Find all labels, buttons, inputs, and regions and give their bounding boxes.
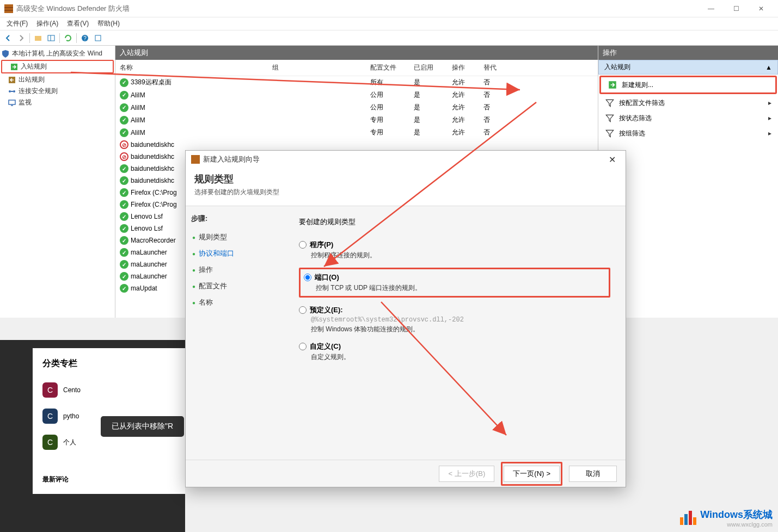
radio-predefined[interactable]: 预定义(E): @%systemroot%\system32\provsvc.d… <box>299 305 610 334</box>
tree-panel: 本地计算机 上的高级安全 Wind 入站规则 出站规则 连接安全规则 监视 <box>0 46 115 318</box>
connsec-icon <box>8 87 16 96</box>
wizard-heading: 规则类型 <box>194 172 617 185</box>
svg-rect-8 <box>95 35 101 41</box>
step-action[interactable]: ●操作 <box>191 262 278 278</box>
radio-program-desc: 控制程序连接的规则。 <box>311 251 610 260</box>
col-group[interactable]: 组 <box>272 63 370 72</box>
rule-name: baidunetdiskhc <box>131 153 174 160</box>
back-button[interactable]: < 上一步(B) <box>439 466 494 482</box>
step-rule-type[interactable]: ●规则类型 <box>191 229 278 245</box>
tree-root[interactable]: 本地计算机 上的高级安全 Wind <box>0 48 115 59</box>
menu-help[interactable]: 帮助(H) <box>93 18 124 29</box>
rule-override: 否 <box>483 128 505 137</box>
step-profile[interactable]: ●配置文件 <box>191 278 278 294</box>
shield-icon <box>1 50 10 58</box>
rule-row[interactable]: ⊘baidunetdiskhc <box>115 139 598 151</box>
tree-monitor-label: 监视 <box>19 98 32 107</box>
rule-enabled: 是 <box>414 78 452 87</box>
action-new-rule[interactable]: 新建规则... <box>599 76 777 94</box>
tree-outbound-label: 出站规则 <box>19 75 45 84</box>
allow-icon: ✓ <box>120 236 128 245</box>
radio-program-input[interactable] <box>299 241 307 249</box>
rule-row[interactable]: ✓AliIM公用是允许否 <box>115 89 598 101</box>
allow-icon: ✓ <box>120 224 128 233</box>
rule-name: Firefox (C:\Prog <box>131 189 177 196</box>
rule-row[interactable]: ✓AliIM专用是允许否 <box>115 114 598 126</box>
recent-comments-title: 最新评论 <box>42 475 175 484</box>
tree-connection-security[interactable]: 连接安全规则 <box>0 85 115 97</box>
rule-name: MacroRecorder <box>131 237 176 244</box>
rule-row[interactable]: ✓AliIM公用是允许否 <box>115 101 598 114</box>
tree-root-label: 本地计算机 上的高级安全 Wind <box>12 49 102 58</box>
menu-action[interactable]: 操作(A) <box>32 18 63 29</box>
tree-outbound-rules[interactable]: 出站规则 <box>0 74 115 85</box>
rule-name: Lenovo Lsf <box>131 225 163 232</box>
folder-button[interactable] <box>32 32 44 44</box>
menu-view[interactable]: 查看(V) <box>63 18 93 29</box>
radio-custom-input[interactable] <box>299 343 307 350</box>
refresh-button[interactable] <box>62 32 74 44</box>
col-action[interactable]: 操作 <box>452 63 483 72</box>
rule-action: 允许 <box>452 128 483 137</box>
step-name[interactable]: ●名称 <box>191 294 278 311</box>
col-enabled[interactable]: 已启用 <box>414 63 452 72</box>
rule-profile: 所有 <box>370 78 414 87</box>
rule-action: 允许 <box>452 115 483 125</box>
actions-section-label: 入站规则 <box>604 63 630 72</box>
rule-name: maUpdat <box>131 284 157 292</box>
radio-custom-desc: 自定义规则。 <box>311 352 610 362</box>
action-filter-state[interactable]: 按状态筛选 ▸ <box>598 110 778 126</box>
recent-comments-card: 最新评论 <box>33 465 185 494</box>
properties-button[interactable] <box>92 32 104 44</box>
close-button[interactable]: ✕ <box>749 0 774 17</box>
next-button[interactable]: 下一页(N) > <box>504 466 560 482</box>
radio-port[interactable]: 端口(O) 控制 TCP 或 UDP 端口连接的规则。 <box>299 268 610 298</box>
watermark: Windows系统城 www.wxclgg.com <box>679 508 773 528</box>
forward-button[interactable] <box>15 32 27 44</box>
rule-profile: 公用 <box>370 103 414 112</box>
rule-name: maLauncher <box>131 261 167 268</box>
action-filter-group[interactable]: 按组筛选 ▸ <box>598 126 778 141</box>
chevron-right-icon: ▸ <box>768 99 771 107</box>
minimize-button[interactable]: — <box>699 0 724 17</box>
col-profile[interactable]: 配置文件 <box>370 63 414 72</box>
collapse-arrow-icon[interactable]: ▲ <box>765 64 772 71</box>
action-filter-profile[interactable]: 按配置文件筛选 ▸ <box>598 95 778 110</box>
col-override[interactable]: 替代 <box>483 63 505 72</box>
rule-enabled: 是 <box>414 128 452 137</box>
radio-port-input[interactable] <box>304 274 311 281</box>
back-button[interactable] <box>2 32 14 44</box>
rule-row[interactable]: ✓3389远程桌面所有是允许否 <box>115 76 598 89</box>
help-button[interactable]: ? <box>79 32 91 44</box>
tree-inbound-rules[interactable]: 入站规则 <box>1 60 114 73</box>
rule-row[interactable]: ✓AliIM专用是允许否 <box>115 126 598 139</box>
monitor-icon <box>8 98 16 107</box>
radio-program[interactable]: 程序(P) 控制程序连接的规则。 <box>299 240 610 260</box>
wizard-sub: 选择要创建的防火墙规则类型 <box>194 188 617 197</box>
cancel-button[interactable]: 取消 <box>569 466 617 482</box>
svg-rect-14 <box>9 100 15 104</box>
block-icon: ⊘ <box>120 152 128 161</box>
tree-monitoring[interactable]: 监视 <box>0 97 115 108</box>
panes-button[interactable] <box>45 32 57 44</box>
rule-name: baidunetdiskhc <box>131 141 174 149</box>
rule-name: Lenovo Lsf <box>131 213 163 220</box>
svg-rect-3 <box>35 36 41 41</box>
col-name[interactable]: 名称 <box>120 63 272 72</box>
maximize-button[interactable]: ☐ <box>724 0 749 17</box>
rule-profile: 专用 <box>370 115 414 125</box>
actions-panel-header: 操作 <box>598 46 778 60</box>
wizard-footer: < 上一步(B) 下一页(N) > 取消 <box>186 460 626 487</box>
wizard-close-button[interactable]: ✕ <box>604 152 620 167</box>
radio-custom[interactable]: 自定义(C) 自定义规则。 <box>299 342 610 362</box>
rule-name: AliIM <box>131 103 145 111</box>
radio-predefined-input[interactable] <box>299 306 307 314</box>
step-protocol[interactable]: ●协议和端口 <box>191 245 278 262</box>
outbound-icon <box>8 76 16 84</box>
rule-name: maLauncher <box>131 273 167 280</box>
firewall-app-icon <box>4 4 13 13</box>
watermark-text: Windows系统城 <box>700 508 773 521</box>
menu-file[interactable]: 文件(F) <box>2 18 32 29</box>
steps-label: 步骤: <box>191 214 278 224</box>
category-item[interactable]: CCento <box>42 377 175 403</box>
